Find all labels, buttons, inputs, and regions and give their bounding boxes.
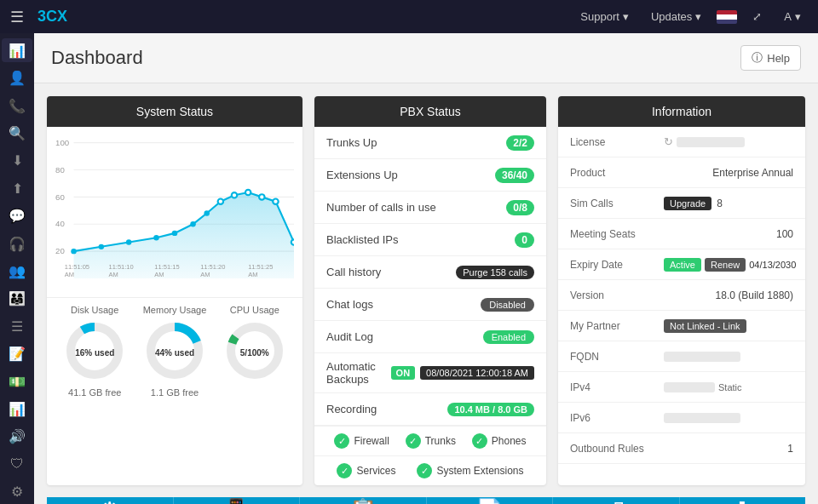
svg-text:AM: AM (108, 271, 118, 278)
sidebar-item-settings[interactable]: ⚙ (2, 480, 32, 504)
phones-shortcut-icon: 📱 (222, 497, 250, 504)
shortcut-activitylog[interactable]: 🖨 Activity Log (553, 497, 680, 504)
sidebar-item-menu[interactable]: ☰ (2, 314, 32, 338)
shortcut-updates[interactable]: ⬇ Updates (680, 497, 806, 504)
pbx-row-blacklisted: Blacklisted IPs 0 (314, 224, 546, 256)
trunks-shortcut-icon: ⚙ (100, 497, 119, 504)
chevron-down-icon: ▾ (695, 10, 701, 23)
information-card: Information License ↻ Product Enterprise… (558, 96, 805, 485)
sidebar-item-download[interactable]: ⬇ (2, 149, 32, 173)
help-button[interactable]: ⓘ Help (740, 45, 801, 71)
upgrade-badge[interactable]: Upgrade (664, 197, 711, 210)
disk-usage-item: Disk Usage 16% used 41.1 GB free (64, 305, 125, 398)
info-row-version: Version 18.0 (Build 1880) (558, 280, 805, 311)
fqdn-placeholder (664, 352, 740, 362)
svg-text:60: 60 (55, 192, 65, 202)
sidebar-item-phone[interactable]: 📞 (2, 94, 32, 117)
help-icon: ⓘ (752, 50, 763, 66)
backups-date: 08/08/2021 12:00:18 AM (420, 366, 534, 380)
system-chart: 20 40 60 80 100 (55, 134, 294, 278)
sidebar-item-billing[interactable]: 💵 (2, 369, 32, 393)
sidebar-item-chart[interactable]: 📊 (2, 397, 32, 421)
content-area: Dashboard ⓘ Help System Status (34, 33, 818, 504)
events-shortcut-icon: 📄 (475, 497, 503, 504)
auditlog-shortcut-icon: 📋 (349, 497, 377, 504)
chevron-down-icon: ▾ (795, 10, 801, 23)
pbx-row-callhistory: Call history Purge 158 calls (314, 256, 546, 289)
check-system-extensions: ✓ System Extensions (417, 463, 523, 478)
shortcuts-bar: ⚙ Trunks 📱 Phones 📋 Audit Log 📄 Events 🖨 (47, 497, 805, 504)
sidebar-item-search[interactable]: 🔍 (2, 121, 32, 145)
svg-point-16 (190, 221, 195, 226)
pbx-status-header: PBX Status (314, 96, 546, 127)
sidebar-item-dashboard[interactable]: 📊 (2, 38, 32, 62)
expiry-date: 04/13/2030 (749, 260, 796, 270)
svg-text:20: 20 (55, 246, 65, 255)
disk-donut: 16% used (64, 320, 125, 384)
svg-point-12 (99, 244, 104, 249)
shortcut-events[interactable]: 📄 Events (427, 497, 554, 504)
firewall-check-icon: ✓ (334, 433, 349, 449)
info-row-outbound: Outbound Rules 1 (558, 433, 805, 464)
shortcut-auditlog[interactable]: 📋 Audit Log (300, 497, 427, 504)
cpu-free-text (224, 387, 285, 398)
support-button[interactable]: Support ▾ (573, 7, 636, 26)
sidebar-item-group[interactable]: 👥 (2, 259, 32, 283)
info-row-simcalls: Sim Calls Upgrade 8 (558, 188, 805, 219)
sidebar-item-upload[interactable]: ⬆ (2, 176, 32, 200)
shortcut-trunks[interactable]: ⚙ Trunks (47, 497, 174, 504)
cpu-used-text: 5/100% (240, 347, 269, 357)
svg-point-17 (204, 210, 209, 215)
purge-button[interactable]: Purge 158 calls (456, 266, 534, 279)
check-phones: ✓ Phones (472, 433, 527, 449)
svg-text:40: 40 (55, 219, 65, 228)
top-nav: ☰ 3CX Support ▾ Updates ▾ ⤢ A ▾ (0, 0, 818, 33)
pbx-check-row-2: ✓ Services ✓ System Extensions (314, 455, 546, 485)
svg-text:AM: AM (248, 271, 257, 278)
flag-icon[interactable] (717, 10, 737, 24)
sidebar-item-headset[interactable]: 🎧 (2, 232, 32, 255)
system-status-card: System Status 20 40 60 (47, 96, 302, 485)
sidebar-item-chat[interactable]: 💬 (2, 203, 32, 227)
refresh-icon[interactable]: ↻ (664, 135, 673, 148)
sidebar-item-list[interactable]: 📝 (2, 341, 32, 365)
info-row-partner: My Partner Not Linked - Link (558, 311, 805, 341)
info-row-fqdn: FQDN (558, 341, 805, 372)
hamburger-menu[interactable]: ☰ (10, 8, 24, 26)
svg-point-15 (172, 231, 177, 236)
memory-free-text: 1.1 GB free (143, 387, 207, 398)
extensions-badge: 36/40 (495, 168, 534, 183)
svg-point-14 (153, 235, 158, 240)
renew-badge[interactable]: Renew (705, 258, 746, 272)
pbx-status-card: PBX Status Trunks Up 2/2 Extensions Up 3… (314, 96, 546, 485)
disk-used-text: 16% used (75, 347, 114, 357)
chart-area: 20 40 60 80 100 (47, 127, 302, 297)
pbx-row-auditlog: Audit Log Enabled (314, 321, 546, 353)
fullscreen-button[interactable]: ⤢ (746, 7, 769, 26)
sidebar-item-users[interactable]: 👨‍👩‍👧 (2, 287, 32, 311)
backups-on-badge: ON (391, 366, 416, 380)
info-row-expiry: Expiry Date Active Renew 04/13/2030 (558, 249, 805, 280)
calls-badge: 0/8 (506, 200, 534, 215)
blacklisted-badge: 0 (515, 232, 534, 248)
app-logo: 3CX (37, 8, 67, 26)
svg-point-13 (126, 239, 131, 244)
sidebar-item-user[interactable]: 👤 (2, 66, 32, 89)
svg-text:AM: AM (65, 271, 74, 278)
chatlogs-badge: Disabled (481, 298, 534, 312)
pbx-row-chatlogs: Chat logs Disabled (314, 289, 546, 321)
dashboard-body: System Status 20 40 60 (34, 83, 818, 504)
pbx-row-calls: Number of calls in use 0/8 (314, 192, 546, 224)
user-menu-button[interactable]: A ▾ (777, 7, 808, 26)
svg-text:AM: AM (200, 271, 210, 278)
sidebar-item-shield[interactable]: 🛡 (2, 452, 32, 476)
partner-badge[interactable]: Not Linked - Link (664, 319, 746, 333)
cpu-label: CPU Usage (224, 305, 285, 315)
memory-used-text: 44% used (155, 347, 194, 357)
system-status-header: System Status (47, 96, 302, 127)
svg-text:AM: AM (154, 271, 164, 278)
services-check-icon: ✓ (337, 463, 352, 478)
shortcut-phones[interactable]: 📱 Phones (174, 497, 301, 504)
updates-button[interactable]: Updates ▾ (644, 7, 708, 26)
sidebar-item-audio[interactable]: 🔊 (2, 425, 32, 449)
